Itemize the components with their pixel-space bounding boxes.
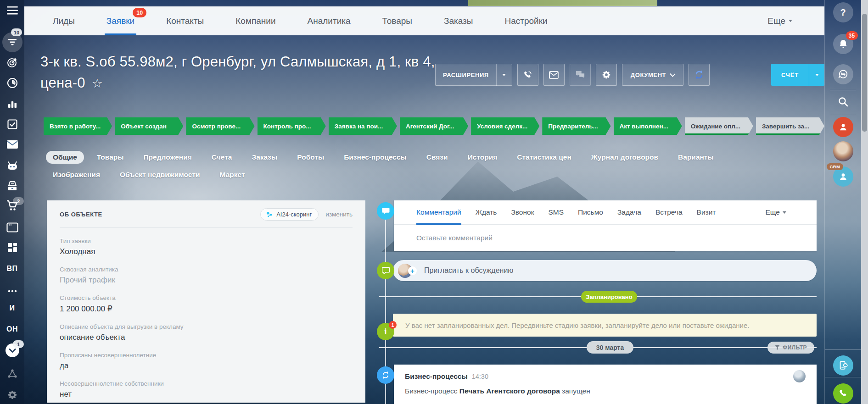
telephony-button[interactable]	[833, 383, 853, 404]
deal-tab[interactable]: Маркет	[213, 168, 252, 181]
page-scrollbar[interactable]	[861, 0, 868, 404]
field-value[interactable]: да	[60, 361, 353, 371]
chat-history-button[interactable]	[833, 64, 853, 84]
field-value[interactable]: нет	[60, 390, 353, 399]
deal-tab[interactable]: Изображения	[46, 168, 107, 181]
field-value[interactable]: 1 200 000.00 ₽	[60, 304, 353, 314]
invite-to-discussion-bar[interactable]: + Пригласить к обсуждению	[393, 260, 817, 281]
pipeline-stage[interactable]: Агентский Дог...	[400, 117, 468, 135]
nav-item[interactable]: Заказы	[444, 6, 473, 35]
pipeline-stage[interactable]: Предваритель...	[542, 117, 610, 135]
sidebar-item-apps[interactable]	[0, 242, 24, 253]
sidebar-item-on[interactable]: ОН	[0, 324, 24, 335]
main-menu-button[interactable]	[0, 5, 24, 17]
sidebar-item-sites[interactable]	[0, 222, 24, 233]
sidebar-item-network[interactable]	[0, 368, 24, 380]
deal-tab[interactable]: Статистика цен	[510, 151, 578, 164]
pipeline-stage[interactable]: Условия сделк...	[471, 117, 539, 135]
comment-input[interactable]: Оставьте комментарий	[394, 225, 817, 251]
pipeline-stage[interactable]: Объект создан	[115, 117, 183, 135]
sidebar-item-crm-target[interactable]	[0, 56, 24, 69]
timeline-entry-card[interactable]: Бизнес-процессы 14:30 Бизнес-процесс Печ…	[394, 365, 817, 404]
chat-button[interactable]	[570, 64, 591, 86]
deal-tab[interactable]: Связи	[420, 151, 455, 164]
timeline-tab[interactable]: Задача	[617, 200, 641, 225]
pipeline-stage[interactable]: Контроль про...	[258, 117, 326, 135]
nav-item[interactable]: Лиды	[53, 6, 75, 35]
timeline-tab[interactable]: SMS	[548, 200, 564, 225]
timeline-date-badge[interactable]: 30 марта	[587, 341, 633, 354]
sidebar-item-reports[interactable]	[0, 98, 24, 109]
nav-item[interactable]: Товары	[382, 6, 412, 35]
deal-tab[interactable]: Заказы	[245, 151, 284, 164]
timeline-tab[interactable]: Ждать	[476, 200, 497, 225]
sidebar-item-updates[interactable]: 1	[0, 343, 24, 358]
timeline-tab[interactable]: Визит	[697, 200, 716, 225]
timeline-more-button[interactable]: Еще	[765, 208, 786, 216]
pipeline-stage[interactable]: Завершить за...	[756, 117, 824, 135]
sidebar-item-settings[interactable]	[0, 389, 24, 401]
search-button[interactable]	[834, 93, 852, 111]
deal-tab[interactable]: Объект недвижимости	[113, 168, 207, 181]
deal-tab[interactable]: Варианты	[671, 151, 721, 164]
sidebar-item-filter[interactable]: 10	[0, 32, 24, 52]
ai-scoring-button[interactable]: AI24-скоринг	[260, 208, 319, 221]
timeline-tab[interactable]: Встреча	[655, 200, 683, 225]
invoice-button[interactable]: СЧЁТ	[771, 64, 824, 86]
deal-tab[interactable]: Общие	[46, 151, 84, 164]
pipeline-stage[interactable]: Заявка на пои...	[329, 117, 397, 135]
sidebar-item-i[interactable]: И	[0, 303, 24, 314]
pipeline-stage[interactable]: Осмотр прове...	[186, 117, 254, 135]
nav-item[interactable]: Аналитика	[308, 6, 351, 35]
sidebar-item-mail[interactable]	[0, 139, 24, 149]
field-value[interactable]: Прочий трафик	[60, 276, 353, 285]
timeline-filter-button[interactable]: ФИЛЬТР	[767, 342, 814, 354]
nav-item[interactable]: Компании	[235, 6, 275, 35]
pipeline-stage[interactable]: Акт выполнен...	[614, 117, 682, 135]
help-button[interactable]: ?	[833, 2, 853, 22]
extensions-dropdown[interactable]	[496, 64, 512, 86]
nav-item[interactable]: Заявки 10	[106, 6, 134, 35]
mobile-app-button[interactable]	[833, 355, 853, 376]
timeline-tab[interactable]: Письмо	[578, 200, 603, 225]
favorite-star-icon[interactable]: ☆	[92, 76, 103, 90]
document-button[interactable]: ДОКУМЕНТ	[622, 64, 683, 86]
sidebar-item-tasks[interactable]	[0, 118, 24, 130]
sync-button[interactable]	[689, 64, 710, 86]
team-photo-avatar[interactable]	[833, 141, 853, 161]
timeline-tab[interactable]: Звонок	[511, 200, 534, 225]
deal-tab[interactable]: Предложения	[136, 151, 198, 164]
field-value[interactable]: Холодная	[60, 247, 353, 256]
sidebar-item-sales[interactable]: 2	[0, 199, 24, 212]
pipeline-stage[interactable]: Взято в работу...	[44, 117, 112, 135]
crm-user-avatar[interactable]: CRM	[833, 166, 853, 187]
extensions-button[interactable]: РАСШИРЕНИЯ	[435, 64, 512, 86]
deal-tab[interactable]: Бизнес-процессы	[337, 151, 414, 164]
sidebar-item-robot[interactable]	[0, 160, 24, 172]
sidebar-item-vp[interactable]: ВП	[0, 263, 24, 274]
deal-tab[interactable]: Роботы	[290, 151, 331, 164]
profile-avatar-orange[interactable]	[833, 117, 853, 137]
deal-tab[interactable]: Журнал договоров	[584, 151, 665, 164]
timeline-info-node: i 1	[377, 323, 394, 340]
sidebar-item-time[interactable]	[0, 77, 24, 89]
deal-tab[interactable]: Счета	[205, 151, 239, 164]
settings-button[interactable]	[596, 64, 617, 86]
scrollbar-thumb[interactable]	[862, 14, 867, 132]
deal-tab[interactable]: Товары	[90, 151, 131, 164]
pipeline-stage[interactable]: Ожидание опл...	[685, 117, 753, 135]
notifications-button[interactable]: 35	[833, 34, 853, 54]
edit-link[interactable]: изменить	[325, 211, 353, 218]
field-value[interactable]: описание объекта	[60, 333, 353, 342]
call-button[interactable]	[517, 64, 538, 86]
sidebar-item-cashbox[interactable]	[0, 180, 24, 193]
invoice-dropdown[interactable]	[809, 64, 824, 86]
sidebar-item-more[interactable]	[0, 287, 24, 295]
plus-icon[interactable]: +	[408, 266, 417, 275]
timeline-tab[interactable]: Комментарий	[416, 200, 461, 225]
nav-item[interactable]: Настройки	[504, 6, 547, 35]
nav-more-button[interactable]: Еще	[767, 16, 792, 26]
nav-item[interactable]: Контакты	[166, 6, 204, 35]
deal-tab[interactable]: История	[461, 151, 504, 164]
email-button[interactable]	[543, 64, 565, 86]
